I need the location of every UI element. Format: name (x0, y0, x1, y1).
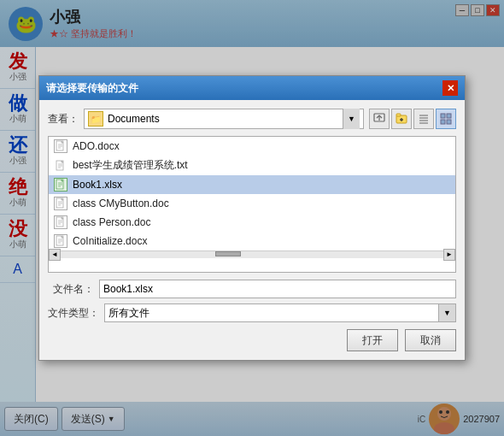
svg-rect-16 (441, 120, 445, 124)
scroll-right-btn[interactable]: ► (443, 249, 455, 261)
scroll-left-btn[interactable]: ◄ (49, 249, 61, 261)
dialog-body: 查看： 📁 Documents ▼ (39, 100, 465, 360)
file-item-5[interactable]: CoInitialize.docx (49, 232, 455, 250)
file-item-0[interactable]: ADO.docx (49, 137, 455, 156)
file-doc-icon-3 (54, 197, 67, 210)
file-txt-icon-1 (54, 159, 67, 173)
open-btn[interactable]: 打开 (347, 329, 398, 351)
file-doc-icon-5 (54, 234, 67, 248)
file-name-1: best学生成绩管理系统.txt (73, 158, 188, 173)
file-item-4[interactable]: class Person.doc (49, 213, 455, 232)
file-name-0: ADO.docx (73, 140, 120, 152)
filename-row: 文件名： (48, 280, 456, 298)
lookin-row: 查看： 📁 Documents ▼ (48, 109, 456, 129)
dialog-close-btn[interactable]: ✕ (442, 80, 458, 96)
filetype-label: 文件类型： (48, 306, 99, 321)
file-item-2[interactable]: Book1.xlsx (49, 175, 455, 194)
file-name-3: class CMyButton.doc (73, 197, 169, 209)
dialog-title: 请选择要传输的文件 (46, 81, 442, 96)
svg-rect-7 (396, 114, 401, 116)
svg-rect-14 (441, 114, 445, 118)
filename-label: 文件名： (48, 282, 94, 297)
lookin-label: 查看： (48, 112, 79, 127)
dialog-overlay: 请选择要传输的文件 ✕ 查看： 📁 Documents ▼ (0, 0, 504, 436)
file-name-4: class Person.doc (73, 216, 150, 228)
file-doc-icon-0 (54, 139, 67, 153)
svg-rect-17 (447, 120, 451, 124)
lookin-combo[interactable]: 📁 Documents ▼ (84, 109, 364, 129)
list-view-btn[interactable] (413, 109, 434, 129)
lookin-combo-arrow[interactable]: ▼ (343, 109, 360, 129)
file-item-3[interactable]: class CMyButton.doc (49, 194, 455, 213)
new-folder-btn[interactable] (391, 109, 412, 129)
details-view-btn[interactable] (436, 109, 456, 129)
file-doc-icon-4 (54, 215, 67, 229)
filetype-value: 所有文件 (108, 306, 149, 321)
filename-input[interactable] (99, 280, 456, 298)
file-name-2: Book1.xlsx (73, 179, 122, 191)
file-dialog: 请选择要传输的文件 ✕ 查看： 📁 Documents ▼ (38, 75, 466, 361)
svg-rect-15 (447, 114, 451, 118)
dialog-titlebar: 请选择要传输的文件 ✕ (39, 76, 465, 100)
nav-up-btn[interactable] (369, 109, 390, 129)
toolbar-icons (369, 109, 456, 129)
dialog-buttons: 打开 取消 (48, 329, 456, 351)
file-name-5: CoInitialize.docx (73, 235, 147, 247)
cancel-btn[interactable]: 取消 (405, 329, 456, 351)
file-list-scrollbar[interactable]: ◄ ► (49, 250, 455, 257)
folder-icon: 📁 (88, 111, 103, 127)
lookin-value: Documents (108, 113, 160, 125)
scroll-thumb[interactable] (215, 251, 241, 256)
file-list: ADO.docx best学生成绩管理系统.txt (48, 136, 456, 273)
file-xlsx-icon-2 (54, 178, 67, 191)
filetype-row: 文件类型： 所有文件 ▼ (48, 303, 456, 322)
filetype-combo-arrow[interactable]: ▼ (438, 304, 455, 321)
filetype-combo[interactable]: 所有文件 ▼ (104, 303, 456, 322)
file-item-1[interactable]: best学生成绩管理系统.txt (49, 156, 455, 175)
